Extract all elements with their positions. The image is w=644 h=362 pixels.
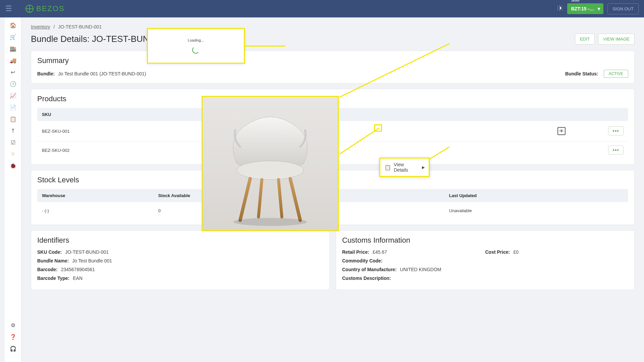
row-sku: BEZ-SKU-001: [42, 129, 205, 134]
col-warehouse: Warehouse: [42, 193, 158, 198]
commodity-label: Commodity Code:: [342, 258, 383, 263]
summary-heading: Summary: [37, 56, 628, 65]
page-header: Bundle Details: JO-TEST-BUND-001 EDIT VI…: [31, 34, 635, 45]
nav-home-icon[interactable]: 🏠: [10, 22, 16, 28]
barcode-type-value: EAN: [73, 276, 83, 281]
row-warehouse: - (-): [42, 208, 158, 213]
row-actions-button[interactable]: •••: [608, 126, 624, 135]
barcode-label: Barcode:: [37, 267, 58, 272]
preview-icon[interactable]: 👁: [557, 127, 566, 135]
nav-help-icon[interactable]: ❓: [10, 334, 16, 340]
customs-desc-label: Customs Description:: [342, 276, 391, 281]
bundle-label: Bundle:: [37, 71, 55, 76]
cost-price-value: £0: [513, 249, 519, 255]
view-details-popup[interactable]: 📋 View Details ▶: [379, 158, 430, 177]
identifiers-heading: Identifiers: [37, 236, 323, 245]
clipboard-search-icon: 📋: [384, 164, 391, 171]
breadcrumb-current: JO-TEST-BUND-001: [58, 24, 102, 29]
seller-label: Seller: [571, 0, 580, 2]
breadcrumb-sep: /: [53, 24, 55, 29]
nav-file-icon[interactable]: 📄: [10, 104, 16, 111]
nav-cart-icon[interactable]: 🛒: [10, 34, 16, 40]
country-label: Country of Manufacture:: [342, 267, 397, 272]
nav-truck-icon[interactable]: 🚚: [10, 57, 16, 64]
loading-text: Loading...: [188, 38, 204, 42]
row-updated: Unavailable: [449, 208, 624, 213]
breadcrumb: Inventory / JO-TEST-BUND-001: [31, 24, 635, 29]
spinner-icon: [192, 46, 200, 54]
logo-text: BEZOS: [36, 4, 65, 13]
seller-selector[interactable]: Seller BZT:15 -…: [567, 3, 603, 14]
svg-point-2: [233, 218, 307, 226]
bundle-name-value: Jo Test Bundle 001: [72, 258, 112, 263]
nav-bug-icon[interactable]: 🐞: [10, 163, 16, 169]
cost-price-label: Cost Price:: [485, 249, 510, 255]
row-actions-button[interactable]: •••: [608, 145, 624, 155]
theme-toggle-icon[interactable]: [556, 5, 563, 13]
product-image-preview: [202, 96, 339, 231]
barcode-value: 2345678904561: [61, 267, 95, 272]
chair-icon: [203, 97, 338, 230]
edit-button[interactable]: EDIT: [575, 34, 595, 45]
nav-clipboard-icon[interactable]: 📋: [10, 116, 16, 122]
nav-history-icon[interactable]: ↩: [11, 69, 15, 75]
view-details-label: View Details: [394, 162, 419, 173]
signout-button[interactable]: SIGN OUT: [607, 3, 639, 14]
sku-code-label: SKU Code:: [37, 249, 62, 255]
nav-chart-icon[interactable]: 📈: [10, 93, 16, 99]
breadcrumb-inventory[interactable]: Inventory: [31, 24, 50, 29]
status-badge: ACTIVE: [604, 70, 628, 78]
left-nav: 🏠 🛒 🏬 🚚 ↩ 🕒 📈 📄 📋 ⤒ ☑ ⑂ 🐞 ⚙ ❓ 🎧: [5, 17, 21, 362]
sku-code-value: JO-TEST-BUND-001: [65, 249, 109, 255]
view-image-button[interactable]: VIEW IMAGE: [598, 34, 635, 45]
svg-point-1: [237, 161, 304, 180]
customs-heading: Customs Information: [342, 236, 628, 245]
menu-icon[interactable]: ☰: [5, 4, 12, 13]
col-sku: SKU: [42, 112, 205, 117]
summary-card: Summary Bundle: Jo Test Bundle 001 (JO-T…: [31, 51, 635, 83]
status-label: Bundle Status:: [565, 71, 598, 76]
nav-upload-icon[interactable]: ⤒: [11, 128, 15, 134]
chevron-right-icon: ▶: [422, 165, 425, 170]
logo[interactable]: BEZOS: [25, 4, 65, 13]
nav-store-icon[interactable]: 🏬: [10, 46, 16, 52]
nav-support-icon[interactable]: 🎧: [10, 346, 16, 352]
row-sku: BEZ-SKU-002: [42, 148, 205, 153]
barcode-type-label: Barcode Type:: [37, 276, 69, 281]
topbar: ☰ BEZOS Seller BZT:15 -… SIGN OUT: [0, 0, 644, 17]
identifiers-card: Identifiers SKU Code:JO-TEST-BUND-001 Bu…: [31, 230, 330, 290]
customs-card: Customs Information Retail Price:£45.67 …: [336, 230, 635, 290]
nav-clock-icon[interactable]: 🕒: [10, 81, 16, 87]
nav-list-icon[interactable]: ☑: [11, 139, 15, 146]
nav-bundle-icon[interactable]: ⑂: [11, 151, 15, 157]
loading-popup: Loading...: [147, 28, 245, 64]
bundle-value: Jo Test Bundle 001 (JO-TEST-BUND-001): [58, 71, 146, 76]
retail-price-value: £45.67: [373, 249, 387, 255]
logo-icon: [25, 5, 34, 13]
nav-settings-icon[interactable]: ⚙: [11, 322, 15, 328]
col-updated: Last Updated: [449, 193, 624, 198]
retail-price-label: Retail Price:: [342, 249, 369, 255]
country-value: UNITED KINGDOM: [400, 267, 441, 272]
bundle-name-label: Bundle Name:: [37, 258, 69, 263]
seller-value[interactable]: BZT:15 -…: [567, 3, 603, 14]
